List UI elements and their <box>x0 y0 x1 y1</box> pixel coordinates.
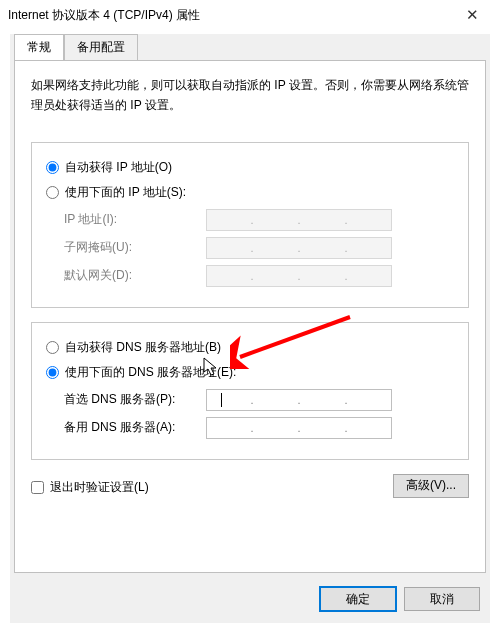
input-ip-address: . . . <box>206 209 392 231</box>
window-title: Internet 协议版本 4 (TCP/IPv4) 属性 <box>8 7 452 24</box>
radio-ip-manual-label: 使用下面的 IP 地址(S): <box>65 184 186 201</box>
row-alt-dns: 备用 DNS 服务器(A): . . . <box>46 417 454 439</box>
dialog-buttons: 确定 取消 <box>320 587 480 611</box>
tab-general[interactable]: 常规 <box>14 34 64 60</box>
radio-ip-auto-input[interactable] <box>46 161 59 174</box>
radio-dns-auto-input[interactable] <box>46 341 59 354</box>
radio-ip-manual-input[interactable] <box>46 186 59 199</box>
radio-dns-manual-input[interactable] <box>46 366 59 379</box>
radio-dns-auto-label: 自动获得 DNS 服务器地址(B) <box>65 339 221 356</box>
radio-ip-manual[interactable]: 使用下面的 IP 地址(S): <box>46 184 454 201</box>
input-alt-dns[interactable]: . . . <box>206 417 392 439</box>
checkbox-validate-input[interactable] <box>31 481 44 494</box>
advanced-row: 退出时验证设置(L) 高级(V)... <box>31 474 469 498</box>
radio-dns-manual-label: 使用下面的 DNS 服务器地址(E): <box>65 364 236 381</box>
label-ip-address: IP 地址(I): <box>46 211 206 228</box>
label-alt-dns: 备用 DNS 服务器(A): <box>46 419 206 436</box>
radio-dns-auto[interactable]: 自动获得 DNS 服务器地址(B) <box>46 339 454 356</box>
radio-ip-auto-label: 自动获得 IP 地址(O) <box>65 159 172 176</box>
radio-dns-manual[interactable]: 使用下面的 DNS 服务器地址(E): <box>46 364 454 381</box>
label-default-gateway: 默认网关(D): <box>46 267 206 284</box>
cancel-button[interactable]: 取消 <box>404 587 480 611</box>
input-pref-dns[interactable]: . . . <box>206 389 392 411</box>
tab-strip: 常规 备用配置 <box>10 34 490 60</box>
row-default-gateway: 默认网关(D): . . . <box>46 265 454 287</box>
text-caret <box>221 393 222 407</box>
input-default-gateway: . . . <box>206 265 392 287</box>
row-pref-dns: 首选 DNS 服务器(P): . . . <box>46 389 454 411</box>
dns-group: 自动获得 DNS 服务器地址(B) 使用下面的 DNS 服务器地址(E): 首选… <box>31 322 469 460</box>
label-subnet-mask: 子网掩码(U): <box>46 239 206 256</box>
tab-alternate[interactable]: 备用配置 <box>64 34 138 60</box>
checkbox-validate-label: 退出时验证设置(L) <box>50 479 149 496</box>
client-area: 常规 备用配置 如果网络支持此功能，则可以获取自动指派的 IP 设置。否则，你需… <box>10 34 490 623</box>
advanced-button[interactable]: 高级(V)... <box>393 474 469 498</box>
row-ip-address: IP 地址(I): . . . <box>46 209 454 231</box>
row-subnet-mask: 子网掩码(U): . . . <box>46 237 454 259</box>
ip-group: 自动获得 IP 地址(O) 使用下面的 IP 地址(S): IP 地址(I): … <box>31 142 469 308</box>
tab-panel-general: 如果网络支持此功能，则可以获取自动指派的 IP 设置。否则，你需要从网络系统管理… <box>14 60 486 573</box>
title-bar: Internet 协议版本 4 (TCP/IPv4) 属性 ✕ <box>0 0 500 30</box>
ok-button[interactable]: 确定 <box>320 587 396 611</box>
radio-ip-auto[interactable]: 自动获得 IP 地址(O) <box>46 159 454 176</box>
input-subnet-mask: . . . <box>206 237 392 259</box>
checkbox-validate[interactable]: 退出时验证设置(L) <box>31 479 149 496</box>
label-pref-dns: 首选 DNS 服务器(P): <box>46 391 206 408</box>
close-button[interactable]: ✕ <box>452 6 492 24</box>
description-text: 如果网络支持此功能，则可以获取自动指派的 IP 设置。否则，你需要从网络系统管理… <box>31 75 469 116</box>
